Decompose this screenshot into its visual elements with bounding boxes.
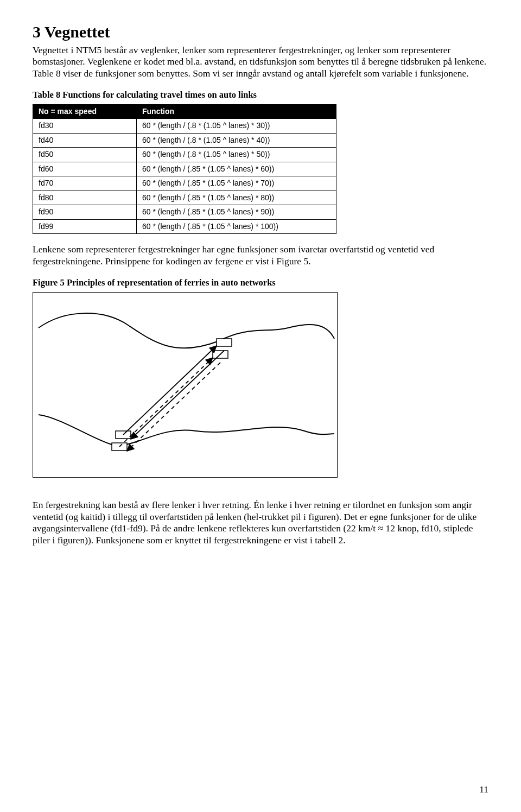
section-heading: 3 Vegnettet [33, 22, 488, 42]
table-cell-fn: 60 * (length / (.85 * (1.05 ^ lanes) * 7… [137, 176, 336, 191]
table-cell-fn: 60 * (length / (.8 * (1.05 ^ lanes) * 50… [137, 148, 336, 162]
svg-line-7 [127, 363, 220, 451]
table8-header-no: No = max speed [33, 104, 137, 119]
paragraph-2: Lenkene som representerer fergestrekning… [33, 244, 488, 268]
table-cell-no: fd99 [33, 219, 137, 234]
table-cell-no: fd30 [33, 119, 137, 134]
table-cell-fn: 60 * (length / (.85 * (1.05 ^ lanes) * 1… [137, 219, 336, 234]
table-row: fd8060 * (length / (.85 * (1.05 ^ lanes)… [33, 191, 336, 205]
table-cell-no: fd40 [33, 133, 137, 148]
svg-rect-0 [217, 339, 232, 346]
svg-line-6 [119, 358, 213, 447]
table8: No = max speed Function fd3060 * (length… [33, 104, 336, 234]
table-cell-no: fd70 [33, 176, 137, 191]
table-cell-fn: 60 * (length / (.85 * (1.05 ^ lanes) * 8… [137, 191, 336, 205]
table-row: fd3060 * (length / (.8 * (1.05 ^ lanes) … [33, 119, 336, 134]
table-cell-fn: 60 * (length / (.85 * (1.05 ^ lanes) * 9… [137, 205, 336, 220]
table-cell-no: fd60 [33, 162, 137, 176]
table-row: fd9060 * (length / (.85 * (1.05 ^ lanes)… [33, 205, 336, 220]
figure5-diagram [33, 292, 338, 478]
table-cell-no: fd80 [33, 191, 137, 205]
table-cell-fn: 60 * (length / (.85 * (1.05 ^ lanes) * 6… [137, 162, 336, 176]
table-row: fd5060 * (length / (.8 * (1.05 ^ lanes) … [33, 148, 336, 162]
table-row: fd7060 * (length / (.85 * (1.05 ^ lanes)… [33, 176, 336, 191]
table8-header-fn: Function [137, 104, 336, 119]
table-cell-no: fd90 [33, 205, 137, 220]
svg-line-4 [123, 346, 217, 435]
table8-caption: Table 8 Functions for calculating travel… [33, 90, 488, 101]
paragraph-3: En fergestrekning kan bestå av flere len… [33, 499, 488, 547]
table-row: fd4060 * (length / (.8 * (1.05 ^ lanes) … [33, 133, 336, 148]
table-row: fd6060 * (length / (.85 * (1.05 ^ lanes)… [33, 162, 336, 176]
table-cell-no: fd50 [33, 148, 137, 162]
figure5-caption: Figure 5 Principles of representation of… [33, 277, 488, 289]
intro-paragraph: Vegnettet i NTM5 består av veglenker, le… [33, 45, 488, 80]
table-cell-fn: 60 * (length / (.8 * (1.05 ^ lanes) * 30… [137, 119, 336, 134]
svg-line-5 [131, 351, 224, 439]
table-row: fd9960 * (length / (.85 * (1.05 ^ lanes)… [33, 219, 336, 234]
table-cell-fn: 60 * (length / (.8 * (1.05 ^ lanes) * 40… [137, 133, 336, 148]
